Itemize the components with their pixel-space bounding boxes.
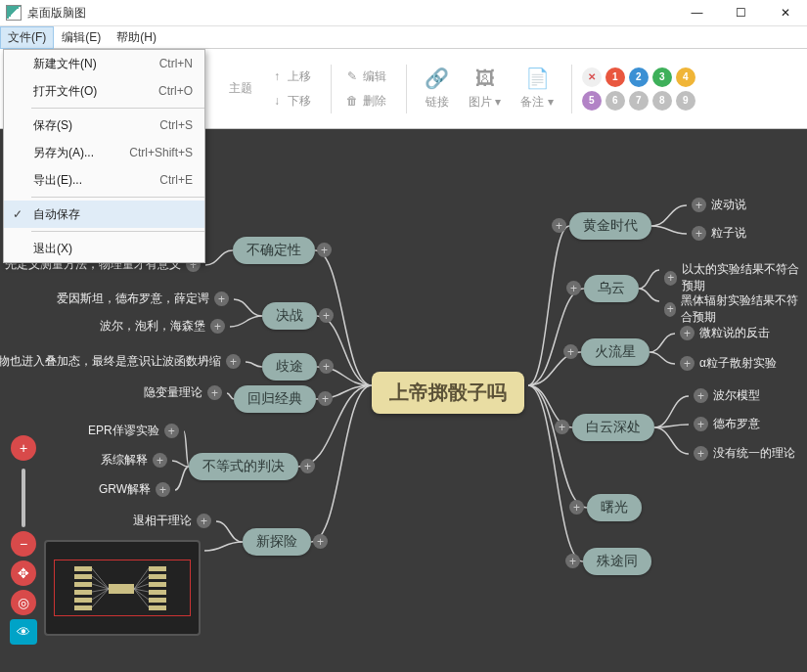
priority-swatch[interactable]: 6 bbox=[605, 91, 625, 111]
priority-swatch[interactable]: 2 bbox=[629, 67, 649, 87]
detail-node[interactable]: +微粒说的反击 bbox=[675, 325, 770, 341]
image-button[interactable]: 🖼 图片 ▾ bbox=[469, 67, 501, 111]
center-node[interactable]: 上帝掷骰子吗 bbox=[372, 372, 524, 414]
detail-node[interactable]: 隐变量理论+ bbox=[144, 384, 227, 401]
menuitem-save-as[interactable]: 另存为(A)... Ctrl+Shift+S bbox=[4, 139, 204, 166]
detail-node[interactable]: 波尔，泡利，海森堡+ bbox=[100, 318, 230, 335]
detail-node[interactable]: GRW解释+ bbox=[99, 481, 175, 498]
topic-node[interactable]: 曙光 bbox=[587, 494, 642, 521]
expand-icon[interactable]: + bbox=[319, 359, 334, 374]
delete-button[interactable]: 🗑删除 bbox=[339, 89, 392, 113]
topic-node[interactable]: 黄金时代 bbox=[569, 212, 651, 240]
expand-icon[interactable]: + bbox=[207, 385, 222, 400]
image-icon: 🖼 bbox=[475, 67, 495, 90]
detail-node[interactable]: 爱因斯坦，德布罗意，薛定谔+ bbox=[57, 291, 234, 307]
minimap-viewport[interactable] bbox=[54, 560, 191, 616]
menuitem-exit[interactable]: 退出(X) bbox=[4, 235, 204, 262]
expand-icon[interactable]: + bbox=[197, 514, 211, 528]
expand-icon[interactable]: + bbox=[153, 453, 167, 468]
menu-help[interactable]: 帮助(H) bbox=[109, 26, 164, 49]
zoom-out-button[interactable]: − bbox=[11, 531, 36, 557]
priority-swatch[interactable]: 5 bbox=[582, 91, 602, 111]
edit-button[interactable]: ✎编辑 bbox=[339, 65, 392, 89]
expand-icon[interactable]: + bbox=[569, 500, 584, 515]
expand-icon[interactable]: + bbox=[694, 417, 708, 431]
expand-icon[interactable]: + bbox=[692, 226, 706, 241]
priority-swatch[interactable]: 7 bbox=[629, 91, 649, 111]
locate-button[interactable]: ◎ bbox=[11, 590, 36, 615]
topic-node[interactable]: 回归经典 bbox=[234, 385, 316, 413]
expand-icon[interactable]: + bbox=[300, 459, 315, 473]
expand-icon[interactable]: + bbox=[319, 308, 334, 323]
priority-swatch[interactable]: 4 bbox=[676, 67, 695, 87]
minimize-button[interactable]: — bbox=[675, 0, 719, 26]
topic-node[interactable]: 火流星 bbox=[581, 338, 650, 366]
priority-swatch[interactable]: 9 bbox=[676, 91, 695, 111]
detail-node[interactable]: 系综解释+ bbox=[101, 452, 172, 469]
detail-node[interactable]: +波尔模型 bbox=[689, 387, 760, 404]
topic-button[interactable]: 主题 bbox=[205, 76, 258, 101]
detail-node[interactable]: 退相干理论+ bbox=[133, 513, 216, 529]
note-button[interactable]: 📄 备注 ▾ bbox=[520, 67, 553, 111]
topic-node[interactable]: 殊途同 bbox=[583, 548, 651, 575]
menu-file[interactable]: 文件(F) bbox=[0, 26, 54, 49]
close-button[interactable]: ✕ bbox=[763, 0, 807, 26]
expand-icon[interactable]: + bbox=[317, 243, 332, 257]
expand-icon[interactable]: + bbox=[694, 446, 708, 461]
expand-icon[interactable]: + bbox=[664, 271, 677, 286]
maximize-button[interactable]: ☐ bbox=[719, 0, 763, 26]
topic-node[interactable]: 白云深处 bbox=[572, 414, 654, 441]
detail-node[interactable]: +α粒子散射实验 bbox=[675, 355, 777, 372]
expand-icon[interactable]: + bbox=[555, 420, 569, 434]
zoom-in-button[interactable]: + bbox=[11, 435, 36, 461]
link-button[interactable]: 🔗 链接 bbox=[425, 67, 449, 111]
menuitem-open-file[interactable]: 打开文件(O) Ctrl+O bbox=[4, 77, 204, 105]
expand-icon[interactable]: + bbox=[210, 319, 225, 334]
pan-button[interactable]: ✥ bbox=[11, 560, 36, 586]
expand-icon[interactable]: + bbox=[552, 218, 566, 233]
detail-node[interactable]: +以太的实验结果不符合预期 bbox=[659, 261, 807, 294]
topic-node[interactable]: 不等式的判决 bbox=[189, 453, 298, 480]
expand-icon[interactable]: + bbox=[164, 424, 179, 438]
expand-icon[interactable]: + bbox=[563, 344, 578, 359]
detail-node[interactable]: +黑体辐射实验结果不符合预期 bbox=[659, 292, 807, 326]
detail-node[interactable]: +波动说 bbox=[687, 197, 746, 213]
minimap[interactable] bbox=[44, 540, 201, 636]
expand-icon[interactable]: + bbox=[318, 391, 333, 406]
expand-icon[interactable]: + bbox=[565, 554, 580, 568]
app-icon bbox=[6, 5, 22, 21]
expand-icon[interactable]: + bbox=[214, 291, 229, 306]
topic-node[interactable]: 不确定性 bbox=[233, 237, 315, 264]
menuitem-new-file[interactable]: 新建文件(N) Ctrl+N bbox=[4, 50, 204, 77]
expand-icon[interactable]: + bbox=[566, 281, 581, 295]
menu-edit[interactable]: 编辑(E) bbox=[54, 26, 109, 49]
detail-node[interactable]: 物也进入叠加态，最终是意识让波函数坍缩+ bbox=[0, 353, 246, 370]
menuitem-export[interactable]: 导出(E)... Ctrl+E bbox=[4, 166, 204, 194]
zoom-slider[interactable] bbox=[22, 469, 25, 527]
expand-icon[interactable]: + bbox=[680, 356, 695, 371]
menuitem-save[interactable]: 保存(S) Ctrl+S bbox=[4, 112, 204, 139]
topic-node[interactable]: 新探险 bbox=[243, 528, 311, 556]
topic-node[interactable]: 决战 bbox=[262, 302, 317, 330]
detail-node[interactable]: +粒子说 bbox=[687, 225, 746, 242]
expand-icon[interactable]: + bbox=[680, 326, 695, 340]
topic-node[interactable]: 歧途 bbox=[262, 353, 317, 381]
priority-swatch[interactable]: 1 bbox=[605, 67, 625, 87]
expand-icon[interactable]: + bbox=[226, 354, 241, 369]
detail-node[interactable]: +德布罗意 bbox=[689, 416, 760, 432]
priority-swatch[interactable]: 3 bbox=[652, 67, 672, 87]
topic-node[interactable]: 乌云 bbox=[584, 275, 639, 302]
expand-icon[interactable]: + bbox=[694, 388, 708, 403]
expand-icon[interactable]: + bbox=[313, 534, 328, 549]
move-up-button[interactable]: ↑上移 bbox=[264, 65, 317, 89]
minimap-toggle-button[interactable]: 👁 bbox=[10, 619, 37, 645]
detail-node[interactable]: +没有统一的理论 bbox=[689, 445, 795, 462]
detail-node[interactable]: EPR佯谬实验+ bbox=[88, 423, 184, 439]
expand-icon[interactable]: + bbox=[156, 482, 170, 497]
priority-swatch[interactable]: ✕ bbox=[582, 67, 602, 87]
expand-icon[interactable]: + bbox=[664, 302, 676, 317]
expand-icon[interactable]: + bbox=[692, 198, 706, 212]
menuitem-autosave[interactable]: ✓ 自动保存 bbox=[4, 201, 204, 228]
move-down-button[interactable]: ↓下移 bbox=[264, 89, 317, 113]
priority-swatch[interactable]: 8 bbox=[652, 91, 672, 111]
